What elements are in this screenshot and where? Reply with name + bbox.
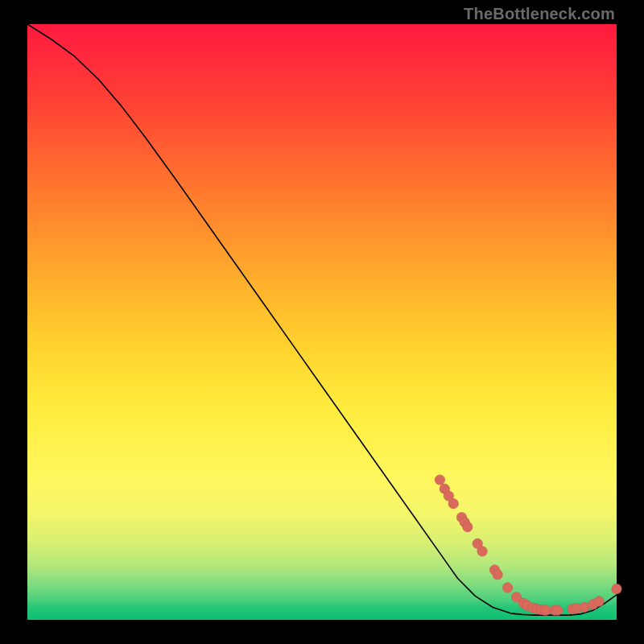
curve-marker	[594, 597, 604, 606]
chart-svg	[27, 24, 617, 620]
plot-area	[27, 24, 617, 620]
curve-marker	[502, 583, 512, 592]
curve-marker	[448, 499, 458, 509]
curve-marker	[541, 605, 551, 615]
curve-marker	[435, 475, 444, 485]
curve-marker	[580, 602, 589, 612]
curve-marker	[463, 522, 473, 531]
curve-marker	[493, 570, 502, 580]
curve-markers	[435, 475, 621, 615]
curve-marker	[612, 584, 621, 593]
curve-marker	[553, 605, 563, 615]
bottleneck-curve	[27, 24, 617, 615]
curve-marker	[477, 547, 487, 556]
watermark-text: TheBottleneck.com	[464, 5, 615, 23]
chart-stage: TheBottleneck.com	[0, 0, 644, 644]
